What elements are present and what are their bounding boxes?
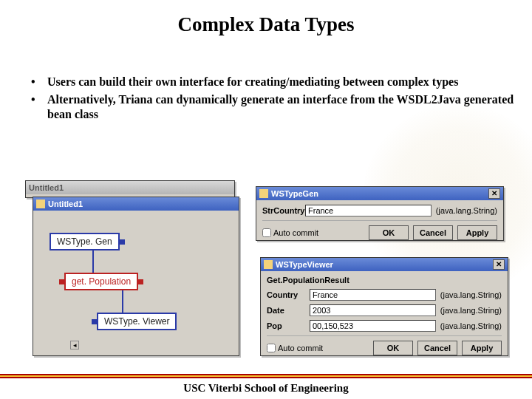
field-type: (java.lang.String) xyxy=(440,306,502,315)
auto-commit-checkbox[interactable] xyxy=(262,228,271,237)
app-icon xyxy=(36,200,45,208)
node-wstypeviewer[interactable]: WSType. Viewer xyxy=(97,313,177,330)
close-icon[interactable]: ✕ xyxy=(493,259,505,270)
field-label-date: Date xyxy=(267,306,310,315)
wstypeviewer-dialog: WSTypeViewer ✕ Get.PopulationResult Coun… xyxy=(260,257,508,356)
close-icon[interactable]: ✕ xyxy=(488,188,500,199)
node-wstypegen[interactable]: WSType. Gen xyxy=(50,233,120,250)
slide-title: Complex Data Types xyxy=(0,0,532,36)
wstypegen-title: WSTypeGen xyxy=(271,189,318,198)
bg-window-inner: Untitled1 WSType. Gen get. Population WS xyxy=(33,197,239,356)
ok-button[interactable]: OK xyxy=(373,341,413,355)
bg-window-outer-title: Untitled1 xyxy=(29,183,64,192)
footer-text: USC Viterbi School of Engineering xyxy=(0,382,532,395)
scroll-handle[interactable]: ◂ xyxy=(70,341,79,349)
field-label-strcountry: StrCountry xyxy=(262,206,305,215)
dialog-icon xyxy=(259,189,268,198)
bg-window-outer: Untitled1 xyxy=(25,180,235,198)
date-input[interactable] xyxy=(310,304,436,316)
bullet-list: Users can build their own interface for … xyxy=(0,36,532,122)
field-type: (java.lang.String) xyxy=(440,321,502,330)
country-input[interactable] xyxy=(310,289,436,301)
ok-button[interactable]: OK xyxy=(369,225,409,240)
cancel-button[interactable]: Cancel xyxy=(417,341,457,355)
cancel-button[interactable]: Cancel xyxy=(413,225,453,240)
screenshot-area: Untitled1 Untitled1 WSType. Gen get. Pop… xyxy=(25,180,507,361)
apply-button[interactable]: Apply xyxy=(457,225,497,240)
wstypegen-dialog: WSTypeGen ✕ StrCountry (java.lang.String… xyxy=(256,186,504,241)
bullet-item: Alternatively, Triana can dynamically ge… xyxy=(27,92,517,122)
footer-band xyxy=(0,374,532,378)
field-label-pop: Pop xyxy=(267,321,310,330)
result-header: Get.PopulationResult xyxy=(267,276,502,284)
field-type: (java.lang.String) xyxy=(440,290,502,299)
strcountry-input[interactable] xyxy=(305,205,432,216)
bullet-item: Users can build their own interface for … xyxy=(27,75,517,89)
auto-commit-label: Auto commit xyxy=(278,344,323,352)
auto-commit-checkbox[interactable] xyxy=(267,344,276,352)
bg-window-inner-title: Untitled1 xyxy=(48,200,83,208)
pop-input[interactable] xyxy=(310,320,436,332)
dialog-icon xyxy=(264,260,273,269)
wstypeviewer-title: WSTypeViewer xyxy=(276,260,333,269)
field-label-country: Country xyxy=(267,290,310,299)
field-type: (java.lang.String) xyxy=(436,206,497,215)
node-getpopulation[interactable]: get. Population xyxy=(64,273,138,290)
apply-button[interactable]: Apply xyxy=(462,341,502,355)
auto-commit-label: Auto commit xyxy=(273,228,318,237)
